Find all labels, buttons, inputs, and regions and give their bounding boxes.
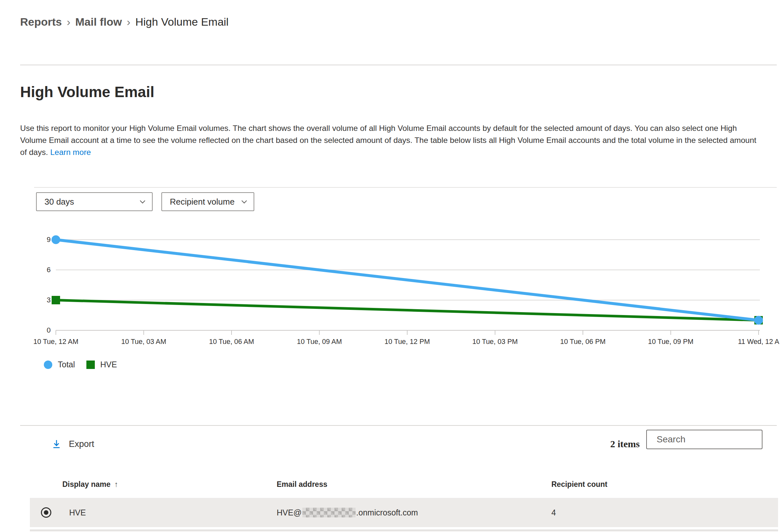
metric-dropdown[interactable]: Recipient volume [161,192,254,211]
page-description: Use this report to monitor your High Vol… [20,122,758,158]
legend-total-label: Total [58,360,75,369]
page-title: High Volume Email [20,83,154,101]
y-axis-label: 0 [28,326,51,335]
x-axis-label: 10 Tue, 12 PM [368,338,446,346]
breadcrumb-mail-flow[interactable]: Mail flow [75,15,122,28]
chart-series [52,236,763,325]
y-axis-label: 3 [28,296,51,305]
column-header-recipient-count[interactable]: Recipient count [551,480,607,489]
y-axis-label: 6 [28,265,51,275]
chart-legend: Total HVE [44,360,117,369]
display-name-header-label: Display name [62,480,110,488]
x-axis-label: 10 Tue, 09 PM [632,338,710,346]
x-axis-label: 10 Tue, 12 AM [17,338,95,346]
learn-more-link[interactable]: Learn more [50,148,91,156]
search-box[interactable] [646,430,763,449]
x-axis-label: 10 Tue, 03 AM [105,338,183,346]
y-axis-label: 9 [28,235,51,244]
description-text: Use this report to monitor your High Vol… [20,124,756,156]
chart-gridlines [56,240,760,300]
column-header-email[interactable]: Email address [277,480,327,489]
data-point-total [52,236,60,244]
series-line-total [56,240,759,320]
data-point-hve [52,296,60,304]
export-label: Export [69,439,94,449]
row-email-address: HVE@.onmicrosoft.com [277,498,418,527]
email-prefix: HVE@ [277,508,302,517]
chart-section-divider [34,187,777,188]
table-section-divider [20,425,777,426]
radio-dot [44,510,48,515]
x-axis-label: 10 Tue, 06 AM [193,338,271,346]
column-header-display-name[interactable]: Display name↑ [62,480,118,489]
redacted-email-blur [302,507,355,517]
breadcrumb-separator: › [66,15,70,28]
breadcrumb-current-page: High Volume Email [135,15,229,28]
table-row-hve[interactable]: HVE HVE@.onmicrosoft.com 4 [30,498,778,527]
x-axis-label: 10 Tue, 03 PM [456,338,534,346]
volume-line-chart [0,224,780,354]
chevron-down-icon [241,198,248,205]
download-icon [51,439,62,449]
metric-value: Recipient volume [170,197,235,207]
row-display-name: HVE [69,498,86,527]
legend-hve-label: HVE [100,360,117,369]
data-point-total [754,316,763,325]
x-axis-label: 11 Wed, 12 A [720,338,780,346]
legend-hve-swatch-square [86,360,95,369]
header-divider [20,65,777,65]
chevron-down-icon [139,198,146,205]
time-range-value: 30 days [45,197,74,207]
search-input[interactable] [656,434,774,445]
x-axis-ticks [56,330,759,335]
x-axis-label: 10 Tue, 06 PM [544,338,622,346]
items-count: 2 items [607,435,640,453]
table-header-row: Display name↑ Email address Recipient co… [30,480,778,494]
breadcrumb-reports[interactable]: Reports [20,15,62,28]
row-radio-selected[interactable] [41,507,51,518]
export-button[interactable]: Export [51,435,94,453]
row-recipient-count: 4 [551,498,556,527]
email-suffix: .onmicrosoft.com [356,508,418,517]
next-row-edge [30,529,778,531]
series-line-hve [56,300,759,320]
breadcrumb-separator: › [127,15,130,28]
sort-ascending-icon: ↑ [114,480,118,488]
x-axis-label: 10 Tue, 09 AM [281,338,358,346]
legend-total-swatch-circle [44,360,52,369]
breadcrumb: Reports › Mail flow › High Volume Email [20,15,229,28]
time-range-dropdown[interactable]: 30 days [36,192,153,211]
